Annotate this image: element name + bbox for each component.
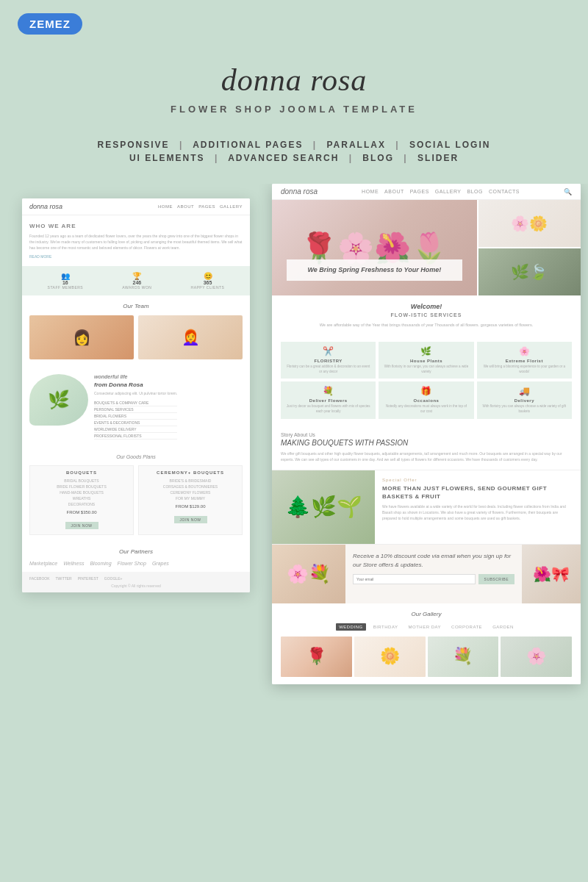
zemez-logo[interactable]: ZEMEZ: [18, 13, 82, 35]
service-extreme-florist: 🌸 Extreme Florist We will bring a bloomi…: [477, 342, 572, 379]
partner-4: Flower Shop: [118, 561, 146, 566]
wonderful-section: 🌿 wonderful life from Donna Rosa Consect…: [22, 367, 250, 447]
offer-title: MORE THAN JUST FLOWERS, SEND GOURMET GIF…: [382, 484, 573, 501]
special-offer-section: 🌲🌿🌱 Special Offer MORE THAN JUST FLOWERS…: [272, 470, 581, 544]
hero-text-overlay: We Bring Spring Freshness to Your Home!: [287, 259, 462, 281]
nav-home: HOME: [158, 204, 173, 209]
extreme-florist-text: We will bring a blooming experience to y…: [481, 365, 567, 375]
gallery-flower-3: 💐: [428, 637, 499, 677]
offer-image: 🌲🌿🌱: [272, 470, 375, 544]
wonderful-label: wonderful life: [94, 374, 177, 379]
footer-pinterest: PINTEREST: [78, 576, 98, 581]
stat-clients-num: 365: [191, 280, 225, 285]
goods-btn-1[interactable]: JOIN NOW: [65, 522, 98, 529]
goods-item-1-1: BRIDAL BOUQUETS: [35, 478, 129, 484]
person2-placeholder: 👩‍🦰: [138, 315, 243, 359]
goods-price-1: FROM $350.00: [35, 510, 129, 514]
features-section: RESPONSIVE | ADDITIONAL PAGES | PARALLAX…: [0, 122, 588, 184]
gallery-item-4: 🌸: [501, 637, 572, 677]
right-nav-contacts: CONTACTS: [489, 189, 520, 194]
wonderful-item-6: PROFESSIONAL FLORISTS: [94, 433, 177, 440]
stat-clients: 😊 365 HAPPY CLIENTS: [191, 272, 225, 290]
newsletter-text: Receive a 10% discount code via email wh…: [353, 552, 514, 570]
read-more-link[interactable]: READ MORE: [29, 254, 243, 259]
newsletter-right-image: 🌺🎀: [522, 545, 581, 603]
newsletter-subscribe-btn[interactable]: SUBSCRIBE: [478, 574, 514, 584]
feature-slider: SLIDER: [417, 153, 459, 163]
goods-item-2-4: FOR MY MUMMY: [143, 495, 237, 501]
making-text: We offer gift bouquets and other high qu…: [281, 451, 572, 462]
extreme-florist-icon: 🌸: [481, 346, 567, 356]
welcome-title: Welcome!: [281, 303, 572, 310]
extreme-florist-title: Extreme Florist: [481, 359, 567, 363]
stat-awards-num: 246: [122, 280, 151, 285]
footer-facebook: FACEBOOK: [29, 576, 50, 581]
occasions-title: Occasions: [383, 398, 469, 403]
main-title: donna rosa: [0, 62, 588, 98]
footer-links: FACEBOOK TWITTER PINTEREST GOOGLE+: [29, 576, 243, 581]
gallery-tabs: WEDDING BIRTHDAY MOTHER DAY CORPORATE GA…: [281, 623, 572, 631]
hero-flowers: 🌹🌸🌺🌷: [272, 200, 477, 295]
newsletter-input-row: SUBSCRIBE: [353, 574, 514, 584]
right-nav-pages: PAGES: [410, 189, 429, 194]
offer-text: Special Offer MORE THAN JUST FLOWERS, SE…: [375, 470, 581, 544]
goods-section: Our Goods Plans BOUQUETS BRIDAL BOUQUETS…: [22, 447, 250, 542]
services-grid: ✂️ FLORISTRY Floristry can be a great ad…: [272, 336, 581, 425]
gallery-tab-birthday[interactable]: BIRTHDAY: [370, 623, 401, 631]
floristry-text: Floristry can be a great addition & deco…: [285, 365, 371, 375]
nav-pages: PAGES: [198, 204, 215, 209]
gallery-tab-wedding[interactable]: WEDDING: [336, 623, 366, 631]
preview-left-card: donna rosa HOME ABOUT PAGES GALLERY WHO …: [22, 198, 250, 592]
goods-btn-2[interactable]: JOIN NOW: [174, 516, 207, 523]
gallery-tab-corporate[interactable]: CORPORATE: [448, 623, 485, 631]
feature-parallax: PARALLAX: [326, 140, 385, 150]
flower-illustration: 🌿: [29, 374, 88, 426]
awards-icon: 🏆: [122, 272, 151, 280]
team-photos: 👩 👩‍🦰: [29, 315, 243, 359]
feature-blog: BLOG: [362, 153, 394, 163]
gallery-tab-garden[interactable]: GARDEN: [490, 623, 517, 631]
newsletter-content: Receive a 10% discount code via email wh…: [345, 545, 522, 603]
hero-side-images: 🌸🌼 🌿🍃: [478, 200, 581, 295]
wonderful-list: BOUQUETS & COMPANY CARE PERSONAL SERVICE…: [94, 400, 177, 440]
partner-5: Grapes: [152, 561, 169, 566]
gallery-item-1: 🌹: [281, 637, 352, 677]
team-photo-1: 👩: [29, 315, 134, 359]
preview-area: donna rosa HOME ABOUT PAGES GALLERY WHO …: [0, 184, 588, 808]
gallery-flower-2: 🌼: [354, 637, 426, 677]
service-delivery: 🚚 Delivery With floristry you can always…: [477, 381, 572, 419]
header: ZEMEZ: [0, 0, 588, 48]
left-card-footer: FACEBOOK TWITTER PINTEREST GOOGLE+ Copyr…: [22, 572, 250, 592]
floristry-icon: ✂️: [285, 346, 371, 356]
team-title: Our Team: [29, 303, 243, 309]
wonderful-item-1: BOUQUETS & COMPANY CARE: [94, 400, 177, 406]
partner-1: Marketplace: [29, 561, 57, 566]
gallery-grid: 🌹 🌼 💐 🌸: [281, 637, 572, 677]
newsletter-email-input[interactable]: [353, 574, 476, 584]
goods-item-2-2: CORSAGES & BOUTONNIERES: [143, 484, 237, 490]
features-line2: UI ELEMENTS | ADVANCED SEARCH | BLOG | S…: [0, 153, 588, 163]
search-icon[interactable]: 🔍: [564, 188, 572, 196]
goods-item-2-1: BRIDE'S & BRIDESMAID: [143, 478, 237, 484]
stat-awards-label: AWARDS WON: [122, 285, 151, 290]
newsletter-left-image: 🌸💐: [272, 545, 345, 603]
occasions-icon: 🎁: [383, 386, 469, 396]
wonderful-item-3: BRIDAL FLOWERS: [94, 413, 177, 420]
service-occasions: 🎁 Occasions Notedly any decorations must…: [379, 381, 473, 419]
about-text: Founded 12 years ago as a team of dedica…: [29, 233, 243, 251]
hero-side-top-flowers: 🌸🌼: [478, 200, 581, 247]
stat-staff: 👥 16 STAFF MEMBERS: [48, 272, 84, 290]
stat-staff-label: STAFF MEMBERS: [48, 285, 84, 290]
gallery-item-3: 💐: [428, 637, 499, 677]
goods-item-1-2: BRIDE FLOWER BOUQUETS: [35, 484, 129, 490]
preview-right-card: donna rosa HOME ABOUT PAGES GALLERY BLOG…: [272, 184, 581, 684]
right-nav-home: HOME: [362, 189, 379, 194]
service-deliver: 💐 Deliver Flowers Just try decor as bouq…: [281, 381, 376, 419]
partners-title: Our Partners: [29, 548, 243, 555]
service-floristry: ✂️ FLORISTRY Floristry can be a great ad…: [281, 342, 376, 379]
wonderful-item-5: WORLDWIDE DELIVERY: [94, 426, 177, 433]
gallery-tab-motherday[interactable]: MOTHER DAY: [406, 623, 445, 631]
about-section: WHO WE ARE Founded 12 years ago as a tea…: [22, 215, 250, 266]
left-nav: donna rosa HOME ABOUT PAGES GALLERY: [22, 198, 250, 215]
gallery-title: Our Gallery: [281, 611, 572, 617]
